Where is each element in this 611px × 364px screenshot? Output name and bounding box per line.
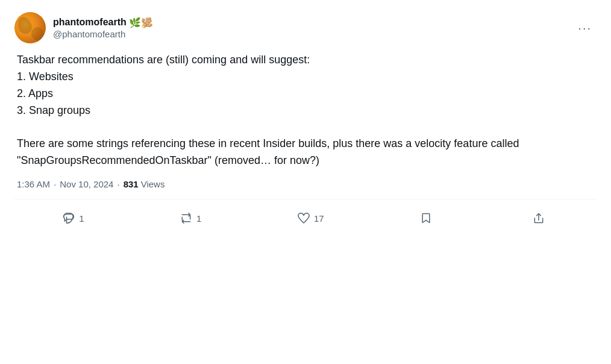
reply-button[interactable]: 1 <box>55 207 91 230</box>
tweet-meta: 1:36 AM · Nov 10, 2024 · 831 Views <box>14 179 597 189</box>
bookmark-svg <box>420 212 432 224</box>
views-count: 831 <box>124 179 139 189</box>
divider-top <box>14 199 597 199</box>
tweet-date[interactable]: Nov 10, 2024 <box>60 179 113 189</box>
reply-count: 1 <box>79 213 84 224</box>
reply-icon <box>62 212 75 225</box>
retweet-button[interactable]: 1 <box>172 207 208 230</box>
bookmark-button[interactable] <box>412 207 443 230</box>
avatar[interactable] <box>14 12 46 43</box>
display-name-text: phantomofearth <box>53 17 127 28</box>
like-button[interactable]: 17 <box>290 207 331 230</box>
retweet-count: 1 <box>196 213 201 224</box>
like-icon <box>297 212 310 225</box>
tweet-text: Taskbar recommendations are (still) comi… <box>17 52 594 169</box>
tweet-body: Taskbar recommendations are (still) comi… <box>14 52 597 169</box>
tweet-actions: 1 1 17 <box>14 202 597 234</box>
like-svg <box>298 212 310 224</box>
user-info: phantomofearth 🌿🫚 @phantomofearth <box>53 17 153 39</box>
meta-dot-2: · <box>117 179 119 189</box>
reply-svg <box>63 212 75 224</box>
tweet-header: phantomofearth 🌿🫚 @phantomofearth ··· <box>14 12 597 43</box>
share-button[interactable] <box>525 207 556 230</box>
tweet-card: phantomofearth 🌿🫚 @phantomofearth ··· Ta… <box>0 0 611 364</box>
retweet-icon <box>180 212 193 225</box>
bookmark-icon <box>419 212 433 225</box>
retweet-svg <box>180 212 192 224</box>
meta-dot-1: · <box>54 179 56 189</box>
display-name-emoji: 🌿🫚 <box>129 17 153 28</box>
share-svg <box>533 212 545 224</box>
tweet-header-left: phantomofearth 🌿🫚 @phantomofearth <box>14 12 153 43</box>
tweet-time: 1:36 AM <box>17 179 50 189</box>
display-name[interactable]: phantomofearth 🌿🫚 <box>53 17 153 28</box>
share-icon <box>532 212 545 225</box>
more-options-button[interactable]: ··· <box>573 19 597 37</box>
like-count: 17 <box>314 213 324 224</box>
views-label: Views <box>141 179 165 189</box>
username[interactable]: @phantomofearth <box>53 29 153 39</box>
